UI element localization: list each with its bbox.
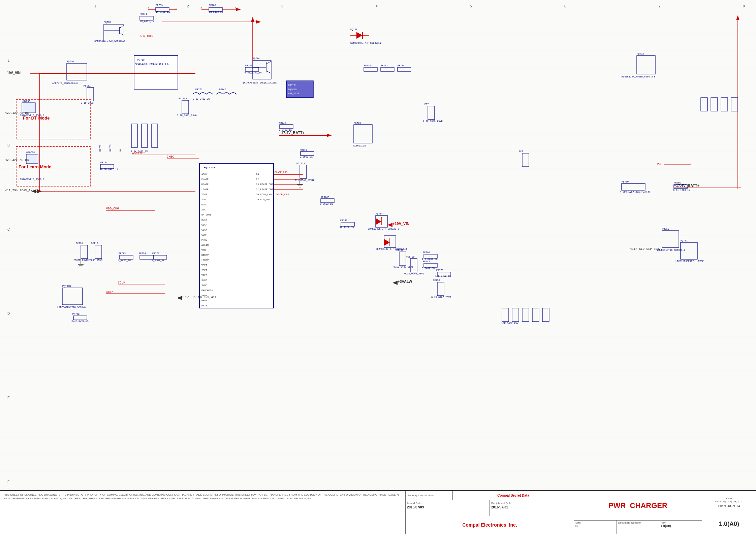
svg-text:3.3K_1206_5%: 3.3K_1206_5% [71, 320, 89, 322]
schematic-container: Iada=0~3.33A(65W) Iada=0~2.30A(45W) ADP_… [0, 0, 756, 534]
rev-info-value: 1.0(A0) [719, 521, 739, 528]
svg-text:0_0402_1%: 0_0402_1% [279, 129, 292, 131]
svg-text:PHASE CHG: PHASE CHG [275, 171, 287, 174]
svg-text:PQ708: PQ708 [104, 21, 111, 24]
svg-text:B: B [7, 143, 10, 147]
company-name: Compal Electronics, Inc. [408, 522, 572, 528]
svg-text:DCN: DCN [201, 203, 206, 206]
svg-text:1G_1206_5%: 1G_1206_5% [340, 226, 354, 229]
svg-text:2: 2 [200, 6, 202, 9]
svg-text:PR773: PR773 [119, 252, 126, 255]
svg-text:0.1U_0402_25V6: 0.1U_0402_25V6 [404, 272, 424, 275]
svg-text:PR144: PR144 [100, 161, 107, 164]
svg-text:VSET: VSET [201, 264, 207, 267]
svg-text:PR739: PR739 [156, 4, 163, 7]
schematic-area: Iada=0~3.33A(65W) Iada=0~2.30A(45W) ADP_… [0, 0, 756, 502]
svg-text:VFB: VFB [201, 249, 206, 252]
sheet-value: 43 [728, 504, 731, 508]
svg-text:BQ24715: BQ24715 [204, 166, 215, 169]
svg-text:<11> SLD_SLP_SS#: <11> SLD_SLP_SS# [630, 247, 659, 251]
svg-text:<29,42> AC_DB: <29,42> AC_DB [5, 159, 29, 162]
svg-text:ATC: ATC [201, 208, 206, 211]
svg-text:4.7UH_1.5A_20%_TC70_M: 4.7UH_1.5A_20%_TC70_M [620, 191, 650, 193]
svg-text:2.2U_0603_25VK: 2.2U_0603_25VK [423, 120, 443, 123]
svg-text:0.1U_0402_25V6: 0.1U_0402_25V6 [431, 296, 451, 299]
svg-text:L2N7002DV1T1G_SC88-6: L2N7002DV1T1G_SC88-6 [57, 306, 86, 309]
svg-text:CSCP: CSCP [201, 224, 207, 226]
title-block-disclaimer: THIS SHEET OF ENGINEERING DRAWING IS THE… [0, 491, 406, 534]
svg-text:1M_0402_1%: 1M_0402_1% [140, 20, 154, 23]
of-value: 64 [736, 504, 740, 508]
svg-text:ACOK: ACOK [201, 173, 208, 176]
svg-text:0.1U_0402_2%: 0.1U_0402_2% [193, 98, 210, 100]
disclaimer-text: THIS SHEET OF ENGINEERING DRAWING IS THE… [3, 493, 402, 500]
svg-text:COMP: COMP [201, 234, 207, 236]
svg-text:0.1U_0402_25V6: 0.1U_0402_25V6 [177, 114, 197, 117]
svg-text:MDU1512RH_POWERDF166-8-5: MDU1512RH_POWERDF166-8-5 [135, 63, 169, 65]
svg-text:SDMK0340L-7-F_SOD323-2: SDMK0340L-7-F_SOD323-2 [350, 42, 381, 44]
svg-text:<29,42> AC_DB: <29,42> AC_DB [5, 111, 29, 115]
svg-text:0_0402_5%: 0_0402_5% [422, 267, 435, 270]
date-label-bottom: Date [726, 497, 732, 500]
svg-text:2000P_25VN: 2000P_25VN [88, 259, 102, 262]
date-value-bottom: Thursday, July 09, 2015 [715, 500, 744, 503]
svg-text:CSCM: CSCM [201, 229, 207, 231]
svg-text:@PR760: @PR760 [321, 196, 329, 199]
svg-text:8: 8 [743, 4, 745, 8]
issued-date-label: Issued Date [407, 502, 488, 505]
svg-text:PQ710: PQ710 [662, 228, 669, 230]
svg-text:+19V_VIN: +19V_VIN [5, 71, 21, 75]
svg-text:PCT: PCT [424, 103, 429, 106]
svg-text:24: 24 [256, 173, 259, 176]
svg-text:4.0K_0402_5%: 4.0K_0402_5% [131, 150, 148, 153]
svg-text:PQ773: PQ773 [637, 53, 644, 55]
svg-text:VDD: VDD [201, 198, 206, 201]
svg-text:0_0603_5%: 0_0603_5% [320, 203, 333, 205]
svg-text:1M_FCM0003T-1R565_7A_20%: 1M_FCM0003T-1R565_7A_20% [243, 81, 277, 84]
svg-text:PCT747: PCT747 [179, 97, 187, 100]
title-block-center: Security Classification Compal Secret Da… [406, 491, 574, 534]
svg-text:<11,29> ACAV_IN: <11,29> ACAV_IN [5, 189, 32, 192]
svg-text:22: 22 [256, 178, 259, 181]
svg-text:PR760: PR760 [209, 4, 216, 7]
deciphered-date-value: 2016/07/31 [491, 505, 508, 509]
svg-text:+3VALW: +3VALW [398, 279, 412, 283]
security-classification-value: Compal Secret Data [453, 491, 574, 500]
svg-text:BQ2416: BQ2416 [288, 88, 296, 91]
svg-text:SDMK0340L-7-F_SOD323-2: SDMK0340L-7-F_SOD323-2 [94, 40, 125, 43]
svg-text:0_0402_5%: 0_0402_5% [118, 259, 131, 262]
svg-text:ADN7428_DEN30DF8-8: ADN7428_DEN30DF8-8 [52, 82, 78, 85]
svg-text:LODRV: LODRV [201, 259, 209, 262]
svg-text:PR775: PR775 [152, 252, 159, 255]
svg-text:MDU1512RH_POWERDF166-8-5: MDU1512RH_POWERDF166-8-5 [622, 75, 656, 78]
svg-text:48.8K_0402_1%: 48.8K_0402_1% [100, 168, 118, 171]
svg-text:10K_0402_1%: 10K_0402_1% [435, 275, 451, 277]
svg-text:PR765: PR765 [674, 181, 681, 184]
svg-text:19 VDD_CHG: 19 VDD_CHG [256, 198, 270, 201]
svg-text:E: E [7, 396, 10, 400]
svg-text:PR742: PR742 [423, 260, 430, 263]
svg-text:PL700: PL700 [622, 180, 629, 183]
svg-text:F: F [7, 480, 9, 484]
svg-text:RN762: RN762 [99, 144, 102, 152]
svg-text:1M_0402_1%: 1M_0402_1% [209, 11, 223, 13]
rev-cell: Rev 1.0(A0) [659, 521, 702, 534]
svg-text:0_0402_5%: 0_0402_5% [152, 259, 165, 262]
sheet-label: Sheet [718, 504, 726, 508]
svg-text:0_01_1206_1%: 0_01_1206_1% [673, 189, 690, 192]
doc-number-cell: Document Number [617, 521, 660, 534]
svg-text:PR760: PR760 [423, 251, 430, 254]
svg-text:C: C [7, 228, 10, 231]
svg-text:PCT721: PCT721 [296, 162, 305, 165]
svg-text:6: 6 [564, 4, 566, 8]
svg-text:22U_0603_25VTK: 22U_0603_25VTK [295, 179, 315, 182]
svg-text:5: 5 [470, 4, 472, 8]
svg-text:PQ704: PQ704 [376, 212, 383, 215]
svg-text:2000P_25VN: 2000P_25VN [73, 259, 88, 262]
svg-text:PCT: PCT [519, 150, 523, 153]
svg-text:PSYS: PSYS [201, 304, 207, 307]
svg-text:PQ704: PQ704 [253, 57, 260, 60]
svg-text:PQ711: PQ711 [681, 239, 688, 242]
svg-text:PR776: PR776 [436, 269, 443, 272]
svg-text:A: A [7, 59, 10, 63]
